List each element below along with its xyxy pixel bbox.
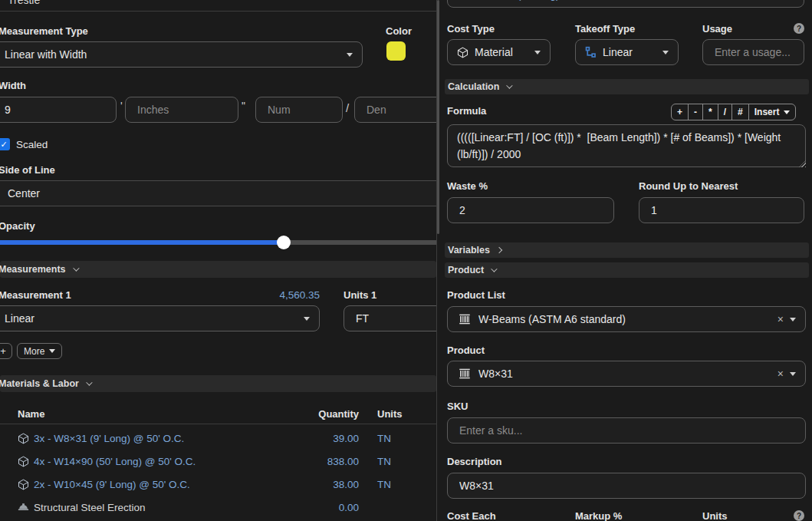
chevron-down-icon bbox=[507, 82, 513, 88]
product-list-icon bbox=[458, 312, 472, 326]
quantity-value: 39.00 bbox=[290, 433, 359, 444]
formula-operator-group: + - * / # Insert bbox=[671, 104, 796, 120]
chevron-down-icon bbox=[790, 318, 796, 322]
cube-icon bbox=[17, 455, 30, 468]
help-icon[interactable]: ? bbox=[794, 23, 804, 34]
formula-input[interactable]: (((([Linear:FT] / [OC (ft)]) * [Beam Len… bbox=[447, 124, 806, 167]
chevron-down-icon bbox=[86, 379, 92, 385]
hard-hat-icon bbox=[17, 501, 30, 514]
side-of-line-label: Side of Line bbox=[0, 164, 55, 176]
chevron-down-icon bbox=[49, 349, 55, 353]
material-link[interactable]: 3x - W8×31 (9' Long) @ 50' O.C. bbox=[34, 433, 184, 444]
add-measurement-button[interactable]: + bbox=[0, 343, 12, 359]
chevron-down-icon bbox=[534, 51, 541, 54]
color-swatch[interactable] bbox=[386, 41, 406, 61]
chevron-down-icon bbox=[347, 53, 353, 57]
formula-label: Formula bbox=[447, 105, 486, 117]
quantity-value: 38.00 bbox=[290, 479, 359, 490]
opacity-slider-thumb[interactable] bbox=[277, 236, 291, 249]
quantity-value: 838.00 bbox=[290, 456, 359, 467]
usage-input[interactable] bbox=[702, 39, 804, 65]
opacity-slider-track bbox=[284, 240, 436, 245]
insert-variable-button[interactable]: Insert bbox=[749, 104, 796, 120]
units1-input[interactable] bbox=[344, 305, 436, 331]
takeoff-type-value: Linear bbox=[603, 46, 656, 58]
inches-tick: " bbox=[242, 100, 245, 112]
sku-label: SKU bbox=[447, 401, 468, 412]
help-icon[interactable]: ? bbox=[794, 510, 804, 521]
scaled-label: Scaled bbox=[16, 139, 48, 150]
width-denominator-input[interactable] bbox=[354, 97, 436, 123]
measurement1-label: Measurement 1 bbox=[0, 289, 71, 301]
calculation-section-label: Calculation bbox=[448, 81, 499, 92]
product-section-label: Product bbox=[448, 265, 484, 275]
feet-tick: ' bbox=[120, 100, 123, 112]
units-value: TN bbox=[377, 433, 391, 444]
description-label: Description bbox=[447, 456, 502, 467]
cost-type-label: Cost Type bbox=[447, 23, 495, 35]
side-of-line-select[interactable]: Center bbox=[0, 180, 436, 206]
table-header-quantity: Quantity bbox=[290, 408, 359, 420]
table-header-units: Units bbox=[377, 408, 403, 420]
divider bbox=[0, 424, 436, 424]
chevron-down-icon bbox=[662, 51, 669, 54]
cube-icon bbox=[17, 432, 30, 445]
product-list-select[interactable]: W-Beams (ASTM A6 standard) × bbox=[447, 306, 806, 332]
round-up-label: Round Up to Nearest bbox=[639, 180, 738, 192]
measurement-type-label: Measurement Type bbox=[0, 25, 88, 37]
scaled-checkbox[interactable]: ✓ bbox=[0, 138, 10, 150]
width-label: Width bbox=[0, 80, 26, 91]
color-label: Color bbox=[386, 25, 412, 37]
minus-operator-button[interactable]: - bbox=[689, 104, 703, 120]
chevron-down-icon bbox=[784, 110, 790, 114]
product-select[interactable]: W8×31 × bbox=[447, 361, 806, 387]
measurement1-type-select[interactable]: Linear bbox=[0, 305, 320, 331]
sku-input[interactable] bbox=[447, 417, 806, 444]
materials-section-label: Materials & Labor bbox=[0, 378, 79, 389]
chevron-down-icon bbox=[73, 265, 79, 271]
chevron-right-icon bbox=[496, 247, 502, 253]
measurement-type-select[interactable]: Linear with Width bbox=[0, 41, 363, 68]
measurement-settings-panel: Trestle Measurement Type Linear with Wid… bbox=[0, 0, 436, 521]
width-inches-input[interactable] bbox=[125, 97, 238, 123]
clear-icon[interactable]: × bbox=[777, 368, 784, 380]
opacity-label: Opacity bbox=[0, 220, 35, 232]
multiply-operator-button[interactable]: * bbox=[703, 104, 718, 120]
labor-item-label[interactable]: Structural Steel Erection bbox=[34, 502, 146, 513]
more-button[interactable]: More bbox=[17, 343, 62, 359]
units1-label: Units 1 bbox=[344, 289, 376, 301]
takeoff-type-select[interactable]: Linear bbox=[575, 39, 679, 65]
product-section-header[interactable]: Product bbox=[445, 262, 809, 278]
measurement1-type-value: Linear bbox=[5, 312, 298, 325]
item-name-input[interactable] bbox=[447, 0, 804, 8]
calculation-section-header[interactable]: Calculation bbox=[445, 79, 809, 94]
cost-type-select[interactable]: Material bbox=[447, 39, 551, 65]
variables-section-header[interactable]: Variables bbox=[445, 242, 809, 258]
takeoff-type-label: Takeoff Type bbox=[575, 23, 635, 35]
clear-icon[interactable]: × bbox=[777, 313, 784, 325]
plus-operator-button[interactable]: + bbox=[672, 104, 689, 120]
material-link[interactable]: 4x - W14×90 (50' Long) @ 50' O.C. bbox=[34, 456, 196, 467]
chevron-down-icon bbox=[491, 265, 497, 272]
chevron-down-icon bbox=[304, 317, 310, 321]
round-up-input[interactable] bbox=[639, 197, 804, 223]
width-numerator-input[interactable] bbox=[255, 97, 343, 123]
divider bbox=[0, 11, 436, 12]
product-list-label: Product List bbox=[447, 289, 505, 301]
hash-operator-button[interactable]: # bbox=[732, 104, 749, 120]
material-link[interactable]: 2x - W10×45 (9' Long) @ 50' O.C. bbox=[34, 479, 190, 490]
cube-icon bbox=[17, 478, 30, 491]
divide-operator-button[interactable]: / bbox=[718, 104, 732, 120]
width-feet-input[interactable] bbox=[0, 97, 117, 123]
chevron-down-icon bbox=[790, 372, 796, 376]
waste-input[interactable] bbox=[447, 197, 614, 223]
check-icon: ✓ bbox=[0, 140, 7, 150]
footer-units-label: Units bbox=[702, 510, 728, 521]
measurements-section-header[interactable]: Measurements bbox=[0, 261, 436, 278]
materials-section-header[interactable]: Materials & Labor bbox=[0, 375, 436, 392]
table-header-name: Name bbox=[18, 408, 44, 420]
description-input[interactable] bbox=[447, 473, 806, 499]
measurement-name-value[interactable]: Trestle bbox=[8, 0, 40, 6]
more-button-label: More bbox=[24, 346, 44, 357]
cost-type-value: Material bbox=[475, 46, 528, 58]
